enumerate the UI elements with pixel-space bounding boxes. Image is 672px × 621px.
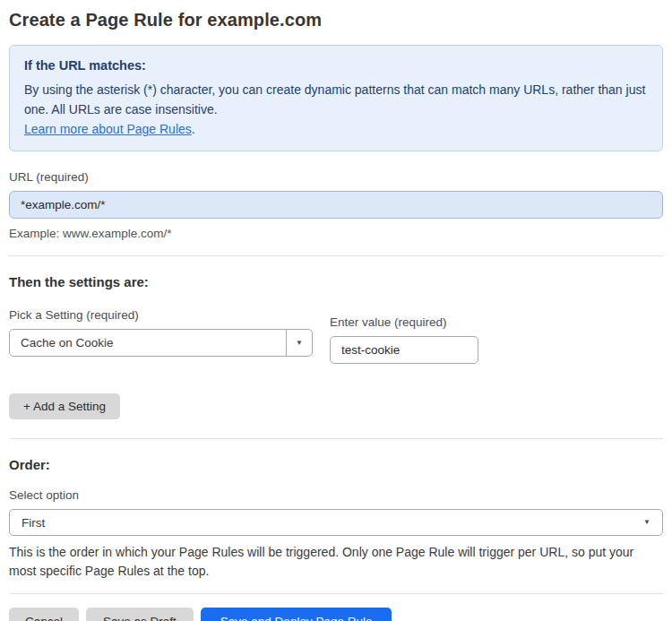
footer-action-bar: Cancel Save as Draft Save and Deploy Pag… <box>9 608 663 621</box>
order-select[interactable]: First ▼ <box>9 509 663 536</box>
order-select-value: First <box>22 516 45 530</box>
page-rule-form: Create a Page Rule for example.com If th… <box>0 0 672 621</box>
divider-url-settings <box>9 255 663 256</box>
setting-value-column: Enter value (required) <box>330 297 478 364</box>
settings-section-heading: Then the settings are: <box>9 274 663 289</box>
setting-select-value: Cache on Cookie <box>10 330 286 356</box>
url-input[interactable] <box>9 191 663 219</box>
divider-order-footer <box>9 593 663 594</box>
setting-value-input[interactable] <box>330 336 478 364</box>
link-period: . <box>192 122 195 136</box>
add-setting-button[interactable]: + Add a Setting <box>9 393 120 419</box>
setting-select[interactable]: Cache on Cookie ▼ <box>9 329 313 357</box>
url-match-info-box: If the URL matches: By using the asteris… <box>9 45 663 151</box>
setting-picker-label: Pick a Setting (required) <box>9 308 313 322</box>
info-box-heading: If the URL matches: <box>24 56 648 76</box>
url-field-label: URL (required) <box>9 170 663 184</box>
info-box-body: By using the asterisk (*) character, you… <box>24 80 648 119</box>
order-help-text: This is the order in which your Page Rul… <box>9 543 654 581</box>
info-box-link-line: Learn more about Page Rules. <box>24 119 648 139</box>
order-section-heading: Order: <box>9 457 663 472</box>
chevron-down-icon: ▼ <box>296 340 303 347</box>
setting-picker-column: Pick a Setting (required) Cache on Cooki… <box>9 289 313 357</box>
info-box-body-text: By using the asterisk (*) character, you… <box>24 82 645 116</box>
order-select-label: Select option <box>9 488 663 502</box>
learn-more-link[interactable]: Learn more about Page Rules <box>24 122 192 136</box>
cancel-button[interactable]: Cancel <box>9 608 79 621</box>
chevron-down-icon: ▼ <box>643 519 650 526</box>
save-and-deploy-button[interactable]: Save and Deploy Page Rule <box>201 608 392 621</box>
setting-value-label: Enter value (required) <box>330 315 478 329</box>
divider-settings-order <box>9 438 663 439</box>
settings-row: Pick a Setting (required) Cache on Cooki… <box>9 289 663 364</box>
url-example-text: Example: www.example.com/* <box>9 227 663 240</box>
page-title: Create a Page Rule for example.com <box>9 0 663 30</box>
setting-select-arrow-cell[interactable]: ▼ <box>286 330 312 356</box>
save-as-draft-button[interactable]: Save as Draft <box>86 608 194 621</box>
